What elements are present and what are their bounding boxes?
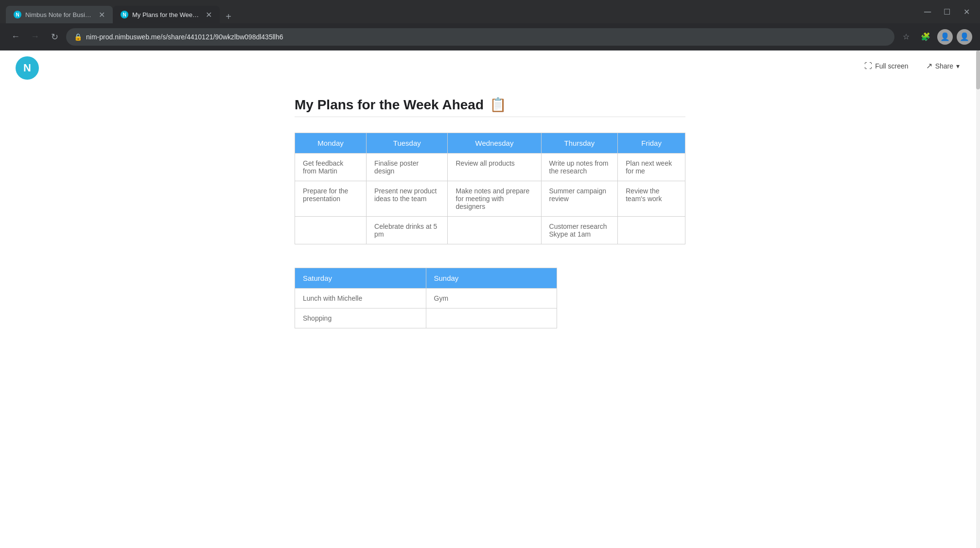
maximize-button[interactable]: ☐ (939, 4, 955, 19)
document-title-icon: 📋 (490, 97, 507, 113)
sat-row1: Lunch with Michelle (295, 289, 426, 308)
tab-1-icon: N (14, 11, 21, 18)
mon-row3 (295, 217, 367, 244)
document-area: My Plans for the Week Ahead 📋 Monday Tue… (271, 81, 709, 391)
tab-bar: N Nimbus Note for Business - Org... ✕ N … (6, 0, 916, 23)
share-button[interactable]: ↗ Share ▾ (921, 58, 964, 73)
header-thursday: Thursday (541, 133, 618, 154)
header-wednesday: Wednesday (448, 133, 541, 154)
tab-2[interactable]: N My Plans for the Week Ahead ✕ (113, 6, 220, 23)
sun-row2 (426, 308, 557, 328)
sun-row1: Gym (426, 289, 557, 308)
fri-row2: Review the team's work (618, 181, 685, 217)
browser-chrome: N Nimbus Note for Business - Org... ✕ N … (0, 0, 980, 23)
reload-button[interactable]: ↻ (47, 29, 62, 45)
document-title: My Plans for the Week Ahead 📋 (295, 97, 685, 113)
address-text: nim-prod.nimbusweb.me/s/share/4410121/90… (86, 33, 887, 41)
share-chevron: ▾ (956, 62, 960, 70)
header-tuesday: Tuesday (367, 133, 448, 154)
table-row: Lunch with Michelle Gym (295, 289, 557, 308)
tab-2-icon: N (121, 11, 128, 18)
fri-row3 (618, 217, 685, 244)
back-button[interactable]: ← (8, 29, 23, 45)
extensions-icon[interactable]: 🧩 (918, 29, 933, 45)
fri-row1: Plan next week for me (618, 154, 685, 181)
thu-row3: Customer research Skype at 1am (541, 217, 618, 244)
wed-row3 (448, 217, 541, 244)
header-monday: Monday (295, 133, 367, 154)
page-top-bar: ⛶ Full screen ↗ Share ▾ (0, 51, 980, 81)
share-icon: ↗ (926, 61, 932, 70)
nimbus-logo-n: N (23, 62, 31, 74)
document-divider (295, 117, 685, 117)
user-avatar-2[interactable]: 👤 (957, 29, 972, 45)
tue-row2: Present new product ideas to the team (367, 181, 448, 217)
table-row: Shopping (295, 308, 557, 328)
tab-1[interactable]: N Nimbus Note for Business - Org... ✕ (6, 6, 113, 23)
thu-row1: Write up notes from the research (541, 154, 618, 181)
wed-row2: Make notes and prepare for meeting with … (448, 181, 541, 217)
nav-actions: ☆ 🧩 👤 👤 (898, 29, 972, 45)
table-row: Get feedback from Martin Finalise poster… (295, 154, 685, 181)
nimbus-logo[interactable]: N (16, 56, 39, 80)
scrollbar-track (976, 51, 980, 548)
table-row: Celebrate drinks at 5 pm Customer resear… (295, 217, 685, 244)
forward-button[interactable]: → (27, 29, 43, 45)
tab-1-title: Nimbus Note for Business - Org... (25, 11, 93, 18)
document-title-text: My Plans for the Week Ahead (295, 97, 484, 113)
new-tab-button[interactable]: + (222, 10, 235, 23)
page-content: N ⛶ Full screen ↗ Share ▾ My Plans for t… (0, 51, 980, 548)
tab-2-close[interactable]: ✕ (206, 10, 212, 19)
address-bar[interactable]: 🔒 nim-prod.nimbusweb.me/s/share/4410121/… (66, 28, 894, 46)
weekday-table: Monday Tuesday Wednesday Thursday Friday… (295, 133, 685, 244)
mon-row2: Prepare for the presentation (295, 181, 367, 217)
thu-row2: Summer campaign review (541, 181, 618, 217)
table-row: Prepare for the presentation Present new… (295, 181, 685, 217)
tab-2-title: My Plans for the Week Ahead (132, 11, 200, 18)
minimize-button[interactable]: ─ (920, 4, 935, 19)
fullscreen-button[interactable]: ⛶ Full screen (859, 58, 913, 73)
share-label: Share (935, 62, 953, 70)
bookmark-icon[interactable]: ☆ (898, 29, 914, 45)
fullscreen-icon: ⛶ (864, 62, 872, 70)
navigation-bar: ← → ↻ 🔒 nim-prod.nimbusweb.me/s/share/44… (0, 23, 980, 51)
close-button[interactable]: ✕ (959, 4, 974, 19)
tue-row3: Celebrate drinks at 5 pm (367, 217, 448, 244)
scrollbar-thumb[interactable] (976, 51, 980, 89)
header-saturday: Saturday (295, 268, 426, 289)
fullscreen-label: Full screen (875, 62, 908, 70)
wed-row1: Review all products (448, 154, 541, 181)
tab-1-close[interactable]: ✕ (99, 10, 105, 19)
tue-row1: Finalise poster design (367, 154, 448, 181)
user-avatar-1[interactable]: 👤 (937, 29, 953, 45)
header-sunday: Sunday (426, 268, 557, 289)
weekend-table: Saturday Sunday Lunch with Michelle Gym … (295, 268, 557, 328)
mon-row1: Get feedback from Martin (295, 154, 367, 181)
header-friday: Friday (618, 133, 685, 154)
sat-row2: Shopping (295, 308, 426, 328)
lock-icon: 🔒 (74, 33, 82, 41)
